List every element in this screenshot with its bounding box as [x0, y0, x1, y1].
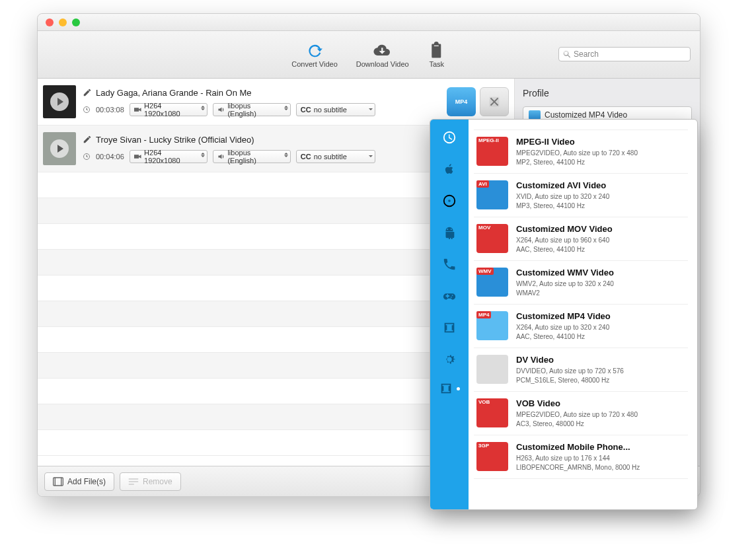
output-format-button[interactable]: MP4 [447, 87, 476, 116]
profile-option[interactable]: MPEG-II MPEG-II Video MPEG2VIDEO, Auto s… [474, 130, 688, 174]
task-button[interactable]: Task [428, 42, 446, 68]
subtitle-select[interactable]: CC no subtitle [296, 150, 375, 163]
speaker-icon [217, 153, 225, 161]
scissors-icon [487, 94, 502, 109]
android-icon [442, 225, 457, 240]
profile-thumb: AVI [476, 180, 508, 209]
format-badge: VOB [476, 398, 492, 406]
profile-name: Customized Mobile Phone... [516, 442, 640, 452]
duration: 00:04:06 [96, 153, 124, 161]
profile-option[interactable]: DV Video DVVIDEO, Auto size up to 720 x … [474, 348, 688, 392]
profile-thumb: VOB [476, 398, 508, 427]
remove-button[interactable]: Remove [120, 472, 181, 491]
convert-video-button[interactable]: Convert Video [291, 42, 338, 68]
category-phone[interactable] [439, 254, 459, 274]
profile-option[interactable]: MOV Customized MOV Video X264, Auto size… [474, 217, 688, 261]
video-thumbnail[interactable] [43, 85, 76, 118]
video-icon [134, 153, 141, 161]
film-icon [439, 381, 453, 396]
format-badge: WMV [476, 268, 494, 275]
subtitle-select[interactable]: CC no subtitle [296, 103, 375, 116]
format-badge: 3GP [476, 442, 491, 449]
category-apple[interactable] [439, 159, 459, 179]
refresh-icon [305, 42, 324, 60]
zoom-icon[interactable] [72, 18, 80, 26]
profile-option[interactable]: VOB VOB Video MPEG2VIDEO, Auto size up t… [474, 392, 688, 435]
profile-desc-2: AC3, Stereo, 48000 Hz [516, 420, 638, 429]
task-label: Task [429, 60, 444, 68]
subtitle-label: no subtitle [314, 106, 347, 114]
category-recent[interactable] [439, 128, 459, 147]
profile-desc-1: H263, Auto size up to 176 x 144 [516, 454, 640, 463]
minimize-icon[interactable] [59, 18, 67, 26]
category-android[interactable] [439, 223, 459, 242]
disc-icon [442, 194, 457, 208]
profile-thumb: MPEG-II [476, 137, 508, 166]
trim-button[interactable] [480, 87, 509, 116]
cc-icon: CC [301, 153, 311, 161]
pencil-icon[interactable] [83, 135, 92, 144]
profile-desc-1: XVID, Auto size up to 320 x 240 [516, 192, 609, 202]
profile-desc-2: PCM_S16LE, Stereo, 48000 Hz [516, 376, 624, 385]
codec-select[interactable]: H264 1920x1080 [130, 150, 208, 163]
gear-icon [442, 352, 457, 367]
profile-desc-1: X264, Auto size up to 960 x 640 [516, 236, 613, 245]
profile-option[interactable]: 3GP Customized Mobile Phone... H263, Aut… [474, 435, 688, 479]
profile-name: VOB Video [516, 398, 638, 408]
play-icon [50, 139, 69, 158]
video-icon [134, 106, 141, 114]
titlebar [38, 14, 700, 31]
profile-heading: Profile [523, 88, 692, 98]
profile-option[interactable]: WMV Customized WMV Video WMV2, Auto size… [474, 261, 688, 305]
audio-select[interactable]: libopus (English) [213, 103, 291, 116]
video-thumbnail[interactable] [43, 132, 76, 165]
duration: 00:03:08 [96, 106, 124, 114]
profile-desc-2: MP2, Stereo, 44100 Hz [516, 158, 638, 167]
add-files-button[interactable]: Add File(s) [44, 472, 114, 491]
svg-rect-1 [134, 108, 139, 112]
category-custom[interactable] [439, 381, 460, 396]
profile-name: Customized MP4 Video [516, 311, 611, 321]
pencil-icon[interactable] [83, 88, 92, 97]
profile-popover: MPEG-II MPEG-II Video MPEG2VIDEO, Auto s… [430, 119, 698, 510]
convert-video-label: Convert Video [291, 60, 338, 68]
search-input[interactable]: Search [558, 47, 691, 61]
profile-thumb: WMV [476, 268, 508, 297]
list-remove-icon [128, 478, 139, 486]
cc-icon: CC [301, 106, 311, 114]
profile-desc-2: AAC, Stereo, 44100 Hz [516, 332, 611, 342]
audio-select[interactable]: libopus (English) [213, 150, 291, 163]
profile-thumb: MP4 [476, 311, 508, 340]
category-game[interactable] [439, 286, 459, 306]
phone-icon [442, 257, 457, 272]
filmstrip-icon [442, 320, 457, 335]
category-video[interactable] [439, 318, 459, 338]
svg-point-6 [448, 200, 451, 202]
profile-list[interactable]: MPEG-II MPEG-II Video MPEG2VIDEO, Auto s… [469, 120, 697, 509]
download-video-label: Download Video [356, 60, 409, 68]
profile-desc-1: DVVIDEO, Auto size up to 720 x 576 [516, 367, 624, 376]
category-settings[interactable] [439, 349, 459, 369]
profile-name: Customized MOV Video [516, 224, 613, 234]
film-plus-icon [53, 477, 63, 486]
cloud-download-icon [373, 42, 392, 60]
profile-thumb: 3GP [476, 442, 508, 471]
profile-thumb [476, 355, 508, 384]
download-video-button[interactable]: Download Video [356, 42, 409, 68]
format-badge: MP4 [476, 311, 491, 318]
apple-icon [442, 162, 457, 176]
profile-desc-2: MP3, Stereo, 44100 Hz [516, 202, 609, 211]
toolbar: Convert Video Download Video Task Search [38, 31, 700, 79]
search-placeholder: Search [574, 50, 599, 59]
speaker-icon [217, 106, 225, 114]
profile-name: MPEG-II Video [516, 137, 638, 147]
profile-option[interactable]: AVI Customized AVI Video XVID, Auto size… [474, 174, 688, 217]
category-disc[interactable] [439, 191, 459, 211]
profile-option[interactable]: MP4 Customized MP4 Video X264, Auto size… [474, 305, 688, 348]
profile-name: Customized AVI Video [516, 180, 609, 190]
close-icon[interactable] [46, 18, 54, 26]
format-badge: AVI [476, 180, 489, 188]
play-icon [50, 92, 69, 111]
codec-select[interactable]: H264 1920x1080 [130, 103, 208, 116]
profile-desc-1: MPEG2VIDEO, Auto size up to 720 x 480 [516, 149, 638, 158]
